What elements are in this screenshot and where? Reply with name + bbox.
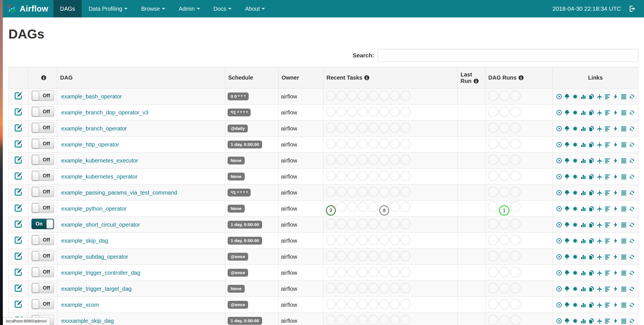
dag-link[interactable]: exxxample_skip_dag	[61, 318, 114, 324]
trigger-dag-link-play-circle-icon[interactable]	[556, 93, 562, 100]
task-state-circle[interactable]	[401, 235, 411, 245]
trigger-dag-link-play-circle-icon[interactable]	[556, 125, 562, 132]
dag-run-circle[interactable]	[499, 251, 509, 261]
dag-run-circle[interactable]	[499, 187, 509, 197]
refresh-link-refresh-icon[interactable]	[629, 189, 635, 197]
task-state-circle[interactable]	[379, 123, 389, 133]
task-state-circle[interactable]	[337, 267, 346, 277]
pause-toggle[interactable]: Off	[31, 283, 54, 293]
refresh-link-refresh-icon[interactable]	[629, 205, 635, 213]
task-tries-link-duplicate-icon[interactable]	[588, 253, 595, 261]
pause-toggle[interactable]: Off	[31, 139, 54, 149]
nav-item-browse[interactable]: Browse	[134, 0, 172, 17]
task-state-circle[interactable]	[326, 171, 336, 181]
graph-view-link-sunburst-icon[interactable]	[572, 205, 578, 213]
task-state-circle[interactable]	[347, 235, 357, 245]
trigger-dag-link-play-circle-icon[interactable]	[556, 141, 562, 148]
task-state-circle[interactable]	[347, 139, 357, 149]
task-state-circle[interactable]	[358, 235, 368, 245]
gantt-link-align-left-icon[interactable]	[604, 285, 611, 293]
logs-link-align-justify-icon[interactable]	[621, 109, 627, 116]
landing-times-link-plane-icon[interactable]	[597, 317, 603, 325]
refresh-link-refresh-icon[interactable]	[629, 221, 635, 229]
task-state-circle[interactable]	[401, 139, 411, 149]
refresh-link-refresh-icon[interactable]	[629, 125, 635, 132]
dag-run-circle[interactable]	[510, 315, 521, 325]
task-duration-link-bar-chart-icon[interactable]	[580, 205, 586, 213]
task-state-circle[interactable]	[369, 171, 378, 181]
code-view-link-flash-icon[interactable]	[613, 141, 619, 148]
graph-view-link-sunburst-icon[interactable]	[572, 237, 578, 245]
graph-view-link-sunburst-icon[interactable]	[572, 173, 578, 180]
task-state-circle[interactable]	[347, 155, 357, 165]
refresh-link-refresh-icon[interactable]	[629, 237, 635, 245]
task-state-circle[interactable]	[347, 91, 357, 101]
tree-view-link-tree-icon[interactable]	[564, 237, 570, 245]
refresh-link-refresh-icon[interactable]	[629, 157, 635, 164]
task-state-circle[interactable]	[326, 315, 336, 325]
tree-view-link-tree-icon[interactable]	[564, 253, 570, 261]
task-tries-link-duplicate-icon[interactable]	[588, 109, 595, 116]
nav-item-docs[interactable]: Docs	[207, 0, 239, 17]
task-state-circle[interactable]	[390, 91, 400, 101]
task-state-circle[interactable]	[337, 283, 346, 293]
nav-item-data-profiling[interactable]: Data Profiling	[82, 0, 134, 17]
graph-view-link-sunburst-icon[interactable]	[572, 125, 578, 132]
tree-view-link-tree-icon[interactable]	[564, 205, 570, 213]
task-state-circle[interactable]	[369, 202, 378, 212]
dag-run-circle[interactable]	[510, 219, 521, 229]
logs-link-align-justify-icon[interactable]	[621, 301, 627, 309]
edit-dag-icon[interactable]	[14, 91, 23, 100]
code-view-link-flash-icon[interactable]	[613, 157, 619, 164]
code-view-link-flash-icon[interactable]	[613, 93, 619, 100]
task-state-circle[interactable]	[326, 187, 336, 197]
dag-run-circle[interactable]	[510, 187, 521, 197]
pause-toggle[interactable]: Off	[31, 203, 54, 213]
task-state-circle[interactable]	[390, 251, 400, 261]
trigger-dag-link-play-circle-icon[interactable]	[556, 253, 562, 261]
task-state-circle[interactable]	[326, 139, 336, 149]
dag-link[interactable]: example_subdag_operator	[61, 254, 128, 260]
task-state-circle[interactable]	[358, 171, 368, 181]
task-state-circle[interactable]	[347, 107, 357, 117]
dag-run-circle[interactable]	[510, 251, 521, 261]
logs-link-align-justify-icon[interactable]	[621, 221, 627, 229]
logs-link-align-justify-icon[interactable]	[621, 269, 627, 277]
code-view-link-flash-icon[interactable]	[613, 301, 619, 309]
refresh-link-refresh-icon[interactable]	[629, 173, 635, 180]
landing-times-link-plane-icon[interactable]	[597, 157, 603, 164]
landing-times-link-plane-icon[interactable]	[597, 301, 603, 309]
logs-link-align-justify-icon[interactable]	[621, 285, 627, 293]
trigger-dag-link-play-circle-icon[interactable]	[556, 189, 562, 197]
task-state-circle[interactable]	[337, 187, 346, 197]
task-state-circle[interactable]	[369, 299, 378, 309]
trigger-dag-link-play-circle-icon[interactable]	[556, 109, 562, 116]
task-duration-link-bar-chart-icon[interactable]	[580, 301, 586, 309]
dag-run-circle[interactable]	[488, 251, 498, 261]
gantt-link-align-left-icon[interactable]	[604, 317, 611, 325]
task-duration-link-bar-chart-icon[interactable]	[580, 253, 586, 261]
code-view-link-flash-icon[interactable]	[613, 173, 619, 180]
task-state-circle[interactable]	[337, 91, 346, 101]
refresh-link-refresh-icon[interactable]	[629, 141, 635, 148]
task-duration-link-bar-chart-icon[interactable]	[580, 285, 586, 293]
task-state-circle[interactable]	[379, 235, 389, 245]
dag-run-circle[interactable]	[499, 155, 509, 165]
task-tries-link-duplicate-icon[interactable]	[588, 157, 595, 164]
dag-run-circle[interactable]	[488, 171, 498, 181]
task-state-circle[interactable]	[358, 315, 368, 325]
task-state-circle[interactable]	[358, 219, 368, 229]
task-state-circle[interactable]	[390, 155, 400, 165]
task-state-circle[interactable]	[326, 219, 336, 229]
task-state-circle[interactable]	[326, 299, 336, 309]
task-state-circle[interactable]	[390, 235, 400, 245]
task-state-circle[interactable]	[347, 315, 357, 325]
task-state-circle[interactable]	[379, 187, 389, 197]
task-state-circle[interactable]	[369, 219, 378, 229]
task-duration-link-bar-chart-icon[interactable]	[580, 317, 586, 325]
refresh-link-refresh-icon[interactable]	[629, 93, 635, 100]
dag-link[interactable]: example_python_operator	[61, 206, 126, 212]
dag-run-circle[interactable]	[510, 155, 521, 165]
tree-view-link-tree-icon[interactable]	[564, 141, 570, 148]
dag-run-circle[interactable]	[510, 123, 521, 133]
